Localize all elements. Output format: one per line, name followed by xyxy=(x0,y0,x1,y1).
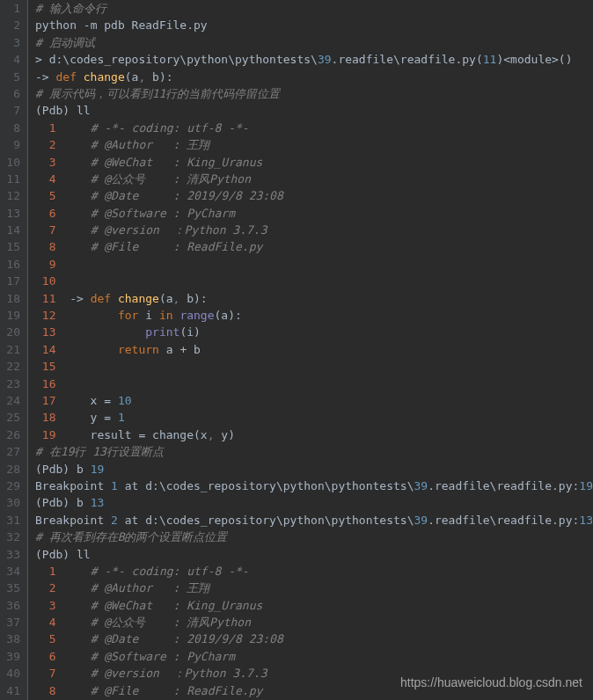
code-token: # @公众号 : 清风Python xyxy=(91,172,251,186)
line-number: 32 xyxy=(4,529,20,545)
code-token: 39 xyxy=(414,514,428,527)
code-token: Breakpoint xyxy=(35,479,111,492)
code-line: 19 result = change(x, y) xyxy=(35,427,593,443)
code-line: (Pdb) ll xyxy=(35,102,593,119)
code-token: -> xyxy=(55,292,90,305)
line-number: 13 xyxy=(4,205,20,222)
code-token: # @WeChat : King_Uranus xyxy=(91,156,263,169)
line-number: 2 xyxy=(4,17,20,33)
code-token: , xyxy=(138,70,152,84)
line-number: 12 xyxy=(4,187,20,204)
code-token xyxy=(35,292,42,305)
code-token: 2 xyxy=(111,514,118,527)
code-token: ( xyxy=(194,428,201,441)
code-token: ): xyxy=(159,70,173,84)
code-token: # @Date : 2019/9/8 23:08 xyxy=(91,632,283,645)
code-token: ): xyxy=(194,292,208,305)
code-token xyxy=(35,616,49,629)
code-token xyxy=(35,632,49,645)
code-line: 13 print(i) xyxy=(35,324,593,340)
code-token xyxy=(55,223,90,237)
line-number: 30 xyxy=(4,494,20,511)
code-line: (Pdb) b 19 xyxy=(35,461,593,478)
code-token: 17 xyxy=(42,394,56,407)
code-token xyxy=(35,223,49,237)
code-token: # 输入命令行 xyxy=(35,2,106,15)
code-token: python xyxy=(35,18,84,32)
code-token: 9 xyxy=(49,258,56,271)
code-token xyxy=(35,207,49,220)
code-token: = xyxy=(104,394,118,407)
code-line: 1 # -*- coding: utf-8 -*- xyxy=(35,120,593,136)
code-token: 10 xyxy=(42,274,56,288)
code-token: a xyxy=(166,343,180,356)
line-number: 8 xyxy=(4,120,20,136)
code-token: a xyxy=(221,309,228,322)
code-token: Pdb xyxy=(42,463,62,476)
code-token: # -*- coding: utf-8 -*- xyxy=(91,565,249,578)
code-token xyxy=(35,258,49,271)
line-number: 40 xyxy=(4,665,20,682)
code-token xyxy=(35,309,42,322)
code-line: 14 return a + b xyxy=(35,341,593,358)
code-token: 39 xyxy=(318,53,332,66)
code-token: = xyxy=(104,411,118,424)
code-token: # @version ：Python 3.7.3 xyxy=(91,223,267,237)
code-token xyxy=(35,684,49,697)
code-token xyxy=(55,684,90,697)
code-token xyxy=(55,172,90,186)
code-token: def xyxy=(91,292,118,305)
code-token: # @Author : 王翔 xyxy=(91,138,210,151)
code-token xyxy=(55,650,90,663)
line-number: 7 xyxy=(4,102,20,119)
code-line: 5 # @Date : 2019/9/8 23:08 xyxy=(35,631,593,647)
code-token xyxy=(35,377,42,390)
code-token xyxy=(35,156,49,169)
line-number: 11 xyxy=(4,171,20,187)
code-token: ll xyxy=(77,104,91,117)
code-line: Breakpoint 2 at d:\codes_repository\pyth… xyxy=(35,512,593,529)
code-line: 4 # @公众号 : 清风Python xyxy=(35,171,593,187)
code-token: # @Date : 2019/9/8 23:08 xyxy=(91,189,283,202)
code-token: y xyxy=(55,411,104,424)
code-line: 1 # -*- coding: utf-8 -*- xyxy=(35,563,593,580)
code-token: a xyxy=(166,292,173,305)
code-token: . xyxy=(187,18,194,32)
code-line: (Pdb) ll xyxy=(35,546,593,563)
code-token: - xyxy=(84,18,91,32)
code-line: 6 # @Software : PyCharm xyxy=(35,648,593,665)
code-token: 12 xyxy=(42,309,56,322)
code-token xyxy=(35,274,42,288)
line-number: 38 xyxy=(4,631,20,647)
line-number: 5 xyxy=(4,69,20,85)
code-token: . xyxy=(552,514,559,527)
code-token: # @WeChat : King_Uranus xyxy=(91,599,263,612)
code-line: # 启动调试 xyxy=(35,34,593,51)
code-line: 18 y = 1 xyxy=(35,409,593,426)
code-token: at d xyxy=(118,514,152,527)
code-token: , xyxy=(173,292,187,305)
code-token: # 启动调试 xyxy=(35,36,95,49)
watermark-text: https://huaweicloud.blog.csdn.net xyxy=(400,674,582,691)
code-token xyxy=(35,172,49,186)
code-token: # -*- coding: utf-8 -*- xyxy=(91,121,249,135)
code-token: ) ll xyxy=(62,548,90,561)
code-token xyxy=(55,343,117,356)
code-token xyxy=(55,599,90,612)
code-token xyxy=(55,565,90,578)
code-token: ( xyxy=(35,463,42,476)
code-token: 39 xyxy=(414,479,428,492)
code-token: m pdb ReadFile xyxy=(91,18,187,32)
code-token: ( xyxy=(125,70,132,84)
code-token: : xyxy=(152,514,159,527)
code-token: 19 xyxy=(91,463,105,476)
code-token: ( xyxy=(35,496,42,509)
line-number: 37 xyxy=(4,614,20,631)
line-number: 33 xyxy=(4,546,20,563)
code-token: : xyxy=(152,479,159,492)
code-token: Pdb xyxy=(42,496,62,509)
line-number: 41 xyxy=(4,682,20,699)
code-line: 7 # @version ：Python 3.7.3 xyxy=(35,222,593,238)
code-token: # @Author : 王翔 xyxy=(91,581,210,594)
code-token: ( xyxy=(35,104,42,117)
